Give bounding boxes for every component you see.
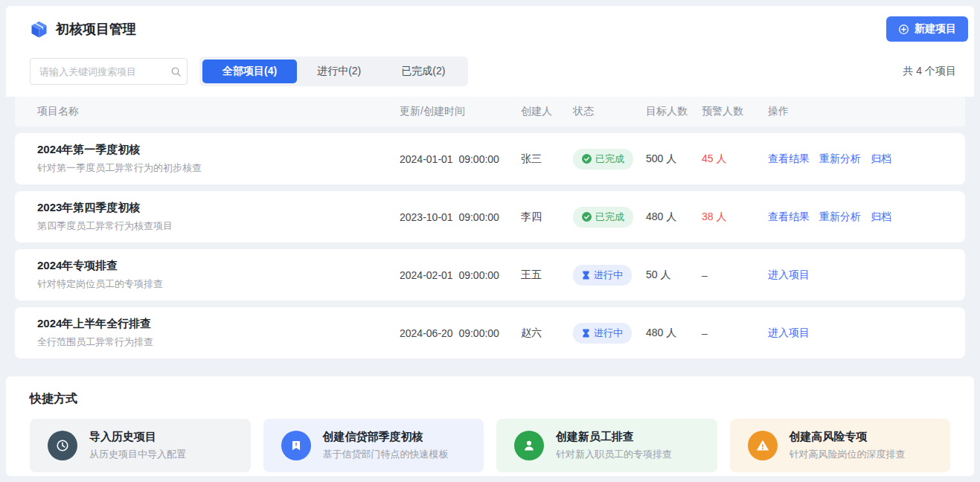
status-label: 已完成: [595, 152, 624, 166]
warning-icon: [748, 431, 778, 460]
header-title-group: 初核项目管理: [30, 20, 136, 39]
shortcut-title: 导入历史项目: [89, 430, 186, 444]
shortcut-high-risk-special[interactable]: 创建高风险专项 针对高风险岗位的深度排查: [730, 419, 951, 472]
enter-project-link[interactable]: 进入项目: [768, 327, 810, 340]
tab-all-projects[interactable]: 全部项目(4): [202, 60, 297, 83]
project-creator: 李四: [521, 211, 573, 224]
status-cell: 已完成: [573, 207, 646, 228]
tab-completed[interactable]: 已完成(2): [381, 60, 465, 83]
table-row: 2024年上半年全行排查 全行范围员工异常行为排查 2024-06-20 09:…: [15, 307, 965, 359]
project-desc: 针对特定岗位员工的专项排查: [37, 277, 400, 291]
user-icon: [514, 431, 544, 460]
shortcut-credit-dept-review[interactable]: 创建信贷部季度初核 基于信贷部门特点的快速模板: [263, 419, 484, 472]
check-circle-icon: [582, 154, 592, 164]
shortcut-desc: 针对新入职员工的专项排查: [556, 448, 672, 461]
shortcut-cards: 导入历史项目 从历史项目中导入配置 创建信贷部季度初核 基于信贷部门特点的快速模…: [30, 419, 950, 472]
target-count: 50 人: [646, 269, 702, 282]
project-title: 2024年上半年全行排查: [37, 317, 400, 331]
shortcut-desc: 针对高风险岗位的深度排查: [790, 448, 906, 461]
reanalyze-link[interactable]: 重新分析: [819, 152, 861, 166]
bookmark-icon: [281, 431, 311, 460]
enter-project-link[interactable]: 进入项目: [768, 269, 810, 282]
project-desc: 全行范围员工异常行为排查: [37, 335, 400, 349]
project-time: 2024-01-01 09:00:00: [400, 153, 521, 165]
project-time: 2024-02-01 09:00:00: [400, 269, 521, 281]
total-count: 共 4 个项目: [903, 65, 956, 78]
actions-cell: 查看结果 重新分析 归档: [768, 211, 953, 224]
shortcut-text: 导入历史项目 从历史项目中导入配置: [89, 430, 186, 461]
shortcut-desc: 基于信贷部门特点的快速模板: [323, 448, 449, 461]
col-header-warning: 预警人数: [702, 105, 768, 118]
shortcut-title: 创建高风险专项: [790, 430, 906, 444]
col-header-target: 目标人数: [646, 105, 702, 118]
search-box: [30, 58, 188, 85]
target-count: 500 人: [646, 152, 702, 166]
project-creator: 赵六: [521, 327, 573, 340]
view-results-link[interactable]: 查看结果: [768, 211, 810, 224]
project-creator: 张三: [521, 152, 573, 166]
hourglass-icon: [582, 271, 590, 280]
project-name-cell: 2024年上半年全行排查 全行范围员工异常行为排查: [37, 317, 400, 349]
table-header-row: 项目名称 更新/创建时间 创建人 状态 目标人数 预警人数 操作: [15, 97, 965, 126]
project-name-cell: 2024年专项排查 针对特定岗位员工的专项排查: [37, 259, 400, 291]
page-header: 初核项目管理 新建项目: [6, 6, 974, 52]
actions-cell: 进入项目: [768, 269, 953, 282]
project-title: 2023年第四季度初核: [37, 201, 400, 215]
status-cell: 进行中: [573, 323, 646, 344]
plus-circle-icon: [898, 24, 909, 35]
warning-count: 38 人: [702, 211, 768, 224]
tab-in-progress[interactable]: 进行中(2): [297, 60, 381, 83]
project-time: 2023-10-01 09:00:00: [400, 211, 521, 223]
actions-cell: 进入项目: [768, 327, 953, 340]
project-desc: 第四季度员工异常行为核查项目: [37, 219, 400, 233]
view-results-link[interactable]: 查看结果: [768, 152, 810, 166]
hourglass-icon: [582, 329, 590, 338]
status-badge: 进行中: [573, 265, 632, 286]
col-header-time: 更新/创建时间: [400, 105, 521, 118]
project-creator: 王五: [521, 269, 573, 282]
project-title: 2024年专项排查: [37, 259, 400, 273]
main-panel: 初核项目管理 新建项目: [6, 6, 974, 367]
search-icon[interactable]: [170, 66, 182, 77]
reanalyze-link[interactable]: 重新分析: [819, 211, 861, 224]
project-time: 2024-06-20 09:00:00: [400, 327, 521, 339]
shortcut-title: 创建信贷部季度初核: [323, 430, 449, 444]
shortcut-new-employee-check[interactable]: 创建新员工排查 针对新入职员工的专项排查: [496, 419, 717, 472]
shortcuts-title: 快捷方式: [30, 391, 950, 407]
warning-count: –: [702, 327, 768, 339]
col-header-actions: 操作: [768, 105, 953, 118]
warning-count: 45 人: [702, 152, 768, 166]
page: 初核项目管理 新建项目: [0, 0, 980, 482]
shortcut-text: 创建高风险专项 针对高风险岗位的深度排查: [790, 430, 906, 461]
toolbar: 全部项目(4) 进行中(2) 已完成(2) 共 4 个项目: [6, 52, 974, 97]
warning-count: –: [702, 269, 768, 281]
check-circle-icon: [582, 212, 592, 222]
new-project-button[interactable]: 新建项目: [886, 16, 968, 42]
target-count: 480 人: [646, 327, 702, 340]
archive-link[interactable]: 归档: [871, 211, 891, 224]
clock-icon: [48, 431, 77, 460]
table-row: 2024年第一季度初核 针对第一季度员工异常行为的初步核查 2024-01-01…: [15, 133, 965, 184]
new-project-button-label: 新建项目: [915, 22, 956, 36]
cube-icon: [30, 20, 48, 39]
table-row: 2024年专项排查 针对特定岗位员工的专项排查 2024-02-01 09:00…: [15, 249, 965, 301]
table-row: 2023年第四季度初核 第四季度员工异常行为核查项目 2023-10-01 09…: [15, 191, 965, 242]
shortcut-title: 创建新员工排查: [556, 430, 672, 444]
shortcut-import-history[interactable]: 导入历史项目 从历史项目中导入配置: [30, 419, 251, 472]
col-header-status: 状态: [573, 105, 646, 118]
target-count: 480 人: [646, 211, 702, 224]
shortcut-text: 创建信贷部季度初核 基于信贷部门特点的快速模板: [323, 430, 449, 461]
filter-tabs: 全部项目(4) 进行中(2) 已完成(2): [199, 57, 468, 86]
shortcut-desc: 从历史项目中导入配置: [89, 448, 186, 461]
archive-link[interactable]: 归档: [871, 152, 891, 166]
project-title: 2024年第一季度初核: [37, 143, 400, 157]
status-badge: 已完成: [573, 207, 633, 228]
status-cell: 已完成: [573, 149, 646, 170]
actions-cell: 查看结果 重新分析 归档: [768, 152, 953, 166]
project-desc: 针对第一季度员工异常行为的初步核查: [37, 161, 400, 175]
project-table: 项目名称 更新/创建时间 创建人 状态 目标人数 预警人数 操作 2024年第一…: [6, 97, 974, 367]
search-input[interactable]: [39, 66, 170, 77]
col-header-creator: 创建人: [521, 105, 573, 118]
status-cell: 进行中: [573, 265, 646, 286]
status-label: 进行中: [594, 327, 623, 340]
